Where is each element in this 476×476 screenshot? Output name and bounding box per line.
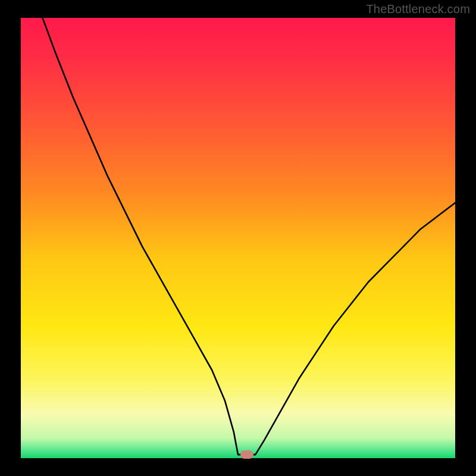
plot-area — [21, 18, 455, 458]
chart-background — [21, 18, 455, 458]
chart-svg — [21, 18, 455, 458]
optimal-point-marker — [240, 450, 253, 459]
chart-frame: TheBottleneck.com — [0, 0, 476, 476]
watermark-text: TheBottleneck.com — [366, 2, 470, 16]
